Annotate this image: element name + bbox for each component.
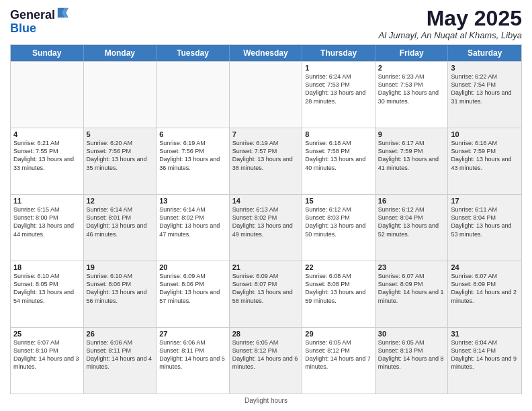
cell-info: Sunrise: 6:05 AM Sunset: 8:12 PM Dayligh… <box>232 338 300 371</box>
week-row-1: 1Sunrise: 6:24 AM Sunset: 7:53 PM Daylig… <box>11 61 521 128</box>
cell-info: Sunrise: 6:04 AM Sunset: 8:14 PM Dayligh… <box>451 338 519 371</box>
cell-info: Sunrise: 6:13 AM Sunset: 8:02 PM Dayligh… <box>232 205 300 238</box>
cell-info: Sunrise: 6:05 AM Sunset: 8:12 PM Dayligh… <box>305 338 372 371</box>
day-number: 22 <box>305 263 372 271</box>
cell-info: Sunrise: 6:06 AM Sunset: 8:11 PM Dayligh… <box>87 338 154 371</box>
cell-info: Sunrise: 6:10 AM Sunset: 8:06 PM Dayligh… <box>87 272 154 305</box>
cal-cell: 8Sunrise: 6:18 AM Sunset: 7:58 PM Daylig… <box>302 128 375 194</box>
calendar-body: 1Sunrise: 6:24 AM Sunset: 7:53 PM Daylig… <box>11 61 521 394</box>
day-number: 9 <box>378 130 445 138</box>
cell-info: Sunrise: 6:11 AM Sunset: 8:04 PM Dayligh… <box>451 205 519 238</box>
logo-flag-icon <box>56 7 69 19</box>
cal-cell: 4Sunrise: 6:21 AM Sunset: 7:55 PM Daylig… <box>11 128 84 194</box>
cal-cell: 17Sunrise: 6:11 AM Sunset: 8:04 PM Dayli… <box>448 195 521 261</box>
title-block: May 2025 Al Jumayl, An Nuqat al Khams, L… <box>379 7 522 40</box>
day-number: 7 <box>232 130 300 138</box>
week-row-2: 4Sunrise: 6:21 AM Sunset: 7:55 PM Daylig… <box>11 128 521 194</box>
cell-info: Sunrise: 6:24 AM Sunset: 7:53 PM Dayligh… <box>305 73 372 105</box>
cell-info: Sunrise: 6:08 AM Sunset: 8:08 PM Dayligh… <box>305 272 372 305</box>
cal-cell <box>84 62 157 128</box>
cal-cell: 19Sunrise: 6:10 AM Sunset: 8:06 PM Dayli… <box>84 261 157 327</box>
cell-info: Sunrise: 6:09 AM Sunset: 8:07 PM Dayligh… <box>232 272 300 305</box>
cell-info: Sunrise: 6:07 AM Sunset: 8:09 PM Dayligh… <box>451 272 519 305</box>
cal-cell: 2Sunrise: 6:23 AM Sunset: 7:53 PM Daylig… <box>375 62 449 128</box>
logo-blue-text: Blue <box>10 22 69 36</box>
cal-cell: 28Sunrise: 6:05 AM Sunset: 8:12 PM Dayli… <box>230 328 303 394</box>
day-number: 13 <box>159 197 226 205</box>
header-day-friday: Friday <box>375 45 449 61</box>
cell-info: Sunrise: 6:07 AM Sunset: 8:10 PM Dayligh… <box>13 338 81 371</box>
cell-info: Sunrise: 6:07 AM Sunset: 8:09 PM Dayligh… <box>378 272 445 305</box>
day-number: 12 <box>87 197 154 205</box>
cell-info: Sunrise: 6:14 AM Sunset: 8:02 PM Dayligh… <box>159 205 226 238</box>
cal-cell: 14Sunrise: 6:13 AM Sunset: 8:02 PM Dayli… <box>230 195 303 261</box>
month-title: May 2025 <box>379 7 522 30</box>
cal-cell: 29Sunrise: 6:05 AM Sunset: 8:12 PM Dayli… <box>302 328 375 394</box>
cal-cell: 24Sunrise: 6:07 AM Sunset: 8:09 PM Dayli… <box>448 261 521 327</box>
logo: General Blue <box>10 7 69 36</box>
cell-info: Sunrise: 6:19 AM Sunset: 7:57 PM Dayligh… <box>232 139 300 172</box>
cal-cell: 12Sunrise: 6:14 AM Sunset: 8:01 PM Dayli… <box>84 195 157 261</box>
cell-info: Sunrise: 6:16 AM Sunset: 7:59 PM Dayligh… <box>451 139 519 172</box>
cal-cell: 23Sunrise: 6:07 AM Sunset: 8:09 PM Dayli… <box>375 261 449 327</box>
day-number: 5 <box>87 130 154 138</box>
day-number: 10 <box>451 130 519 138</box>
week-row-3: 11Sunrise: 6:15 AM Sunset: 8:00 PM Dayli… <box>11 194 521 261</box>
cell-info: Sunrise: 6:20 AM Sunset: 7:56 PM Dayligh… <box>87 139 154 172</box>
logo-text: General <box>10 7 69 22</box>
cell-info: Sunrise: 6:09 AM Sunset: 8:06 PM Dayligh… <box>159 272 226 305</box>
cell-info: Sunrise: 6:18 AM Sunset: 7:58 PM Dayligh… <box>305 139 372 172</box>
day-number: 17 <box>451 197 519 205</box>
cal-cell <box>157 62 230 128</box>
day-number: 6 <box>159 130 226 138</box>
cell-info: Sunrise: 6:15 AM Sunset: 8:00 PM Dayligh… <box>13 205 81 238</box>
day-number: 28 <box>232 330 300 338</box>
day-number: 30 <box>378 330 445 338</box>
cal-cell: 31Sunrise: 6:04 AM Sunset: 8:14 PM Dayli… <box>448 328 521 394</box>
cal-cell: 22Sunrise: 6:08 AM Sunset: 8:08 PM Dayli… <box>302 261 375 327</box>
cell-info: Sunrise: 6:19 AM Sunset: 7:56 PM Dayligh… <box>159 139 226 172</box>
cal-cell: 1Sunrise: 6:24 AM Sunset: 7:53 PM Daylig… <box>302 62 375 128</box>
cal-cell <box>230 62 303 128</box>
cal-cell: 7Sunrise: 6:19 AM Sunset: 7:57 PM Daylig… <box>230 128 303 194</box>
day-number: 24 <box>451 263 519 271</box>
week-row-4: 18Sunrise: 6:10 AM Sunset: 8:05 PM Dayli… <box>11 261 521 327</box>
cal-cell: 20Sunrise: 6:09 AM Sunset: 8:06 PM Dayli… <box>157 261 230 327</box>
day-number: 19 <box>87 263 154 271</box>
footer-note: Daylight hours <box>10 397 522 404</box>
header-day-tuesday: Tuesday <box>157 45 230 61</box>
day-number: 31 <box>451 330 519 338</box>
day-number: 21 <box>232 263 300 271</box>
cell-info: Sunrise: 6:06 AM Sunset: 8:11 PM Dayligh… <box>159 338 226 371</box>
cell-info: Sunrise: 6:17 AM Sunset: 7:59 PM Dayligh… <box>378 139 445 172</box>
day-number: 15 <box>305 197 372 205</box>
day-number: 11 <box>13 197 81 205</box>
day-number: 2 <box>378 64 445 72</box>
cal-cell: 21Sunrise: 6:09 AM Sunset: 8:07 PM Dayli… <box>230 261 303 327</box>
cal-cell: 18Sunrise: 6:10 AM Sunset: 8:05 PM Dayli… <box>11 261 84 327</box>
calendar-header: SundayMondayTuesdayWednesdayThursdayFrid… <box>11 45 521 61</box>
day-number: 14 <box>232 197 300 205</box>
day-number: 26 <box>87 330 154 338</box>
header: General Blue May 2025 Al Jumayl, An Nuqa… <box>10 7 522 40</box>
day-number: 27 <box>159 330 226 338</box>
header-day-monday: Monday <box>84 45 157 61</box>
cal-cell: 16Sunrise: 6:12 AM Sunset: 8:04 PM Dayli… <box>375 195 449 261</box>
header-day-saturday: Saturday <box>448 45 521 61</box>
page: General Blue May 2025 Al Jumayl, An Nuqa… <box>0 0 532 411</box>
day-number: 23 <box>378 263 445 271</box>
location: Al Jumayl, An Nuqat al Khams, Libya <box>379 30 522 40</box>
cal-cell: 10Sunrise: 6:16 AM Sunset: 7:59 PM Dayli… <box>448 128 521 194</box>
header-day-sunday: Sunday <box>11 45 84 61</box>
cal-cell: 5Sunrise: 6:20 AM Sunset: 7:56 PM Daylig… <box>84 128 157 194</box>
day-number: 1 <box>305 64 372 72</box>
cal-cell: 15Sunrise: 6:12 AM Sunset: 8:03 PM Dayli… <box>302 195 375 261</box>
day-number: 20 <box>159 263 226 271</box>
day-number: 18 <box>13 263 81 271</box>
cal-cell: 27Sunrise: 6:06 AM Sunset: 8:11 PM Dayli… <box>157 328 230 394</box>
cell-info: Sunrise: 6:21 AM Sunset: 7:55 PM Dayligh… <box>13 139 81 172</box>
day-number: 8 <box>305 130 372 138</box>
cal-cell: 9Sunrise: 6:17 AM Sunset: 7:59 PM Daylig… <box>375 128 449 194</box>
cell-info: Sunrise: 6:22 AM Sunset: 7:54 PM Dayligh… <box>451 73 519 105</box>
cal-cell: 13Sunrise: 6:14 AM Sunset: 8:02 PM Dayli… <box>157 195 230 261</box>
